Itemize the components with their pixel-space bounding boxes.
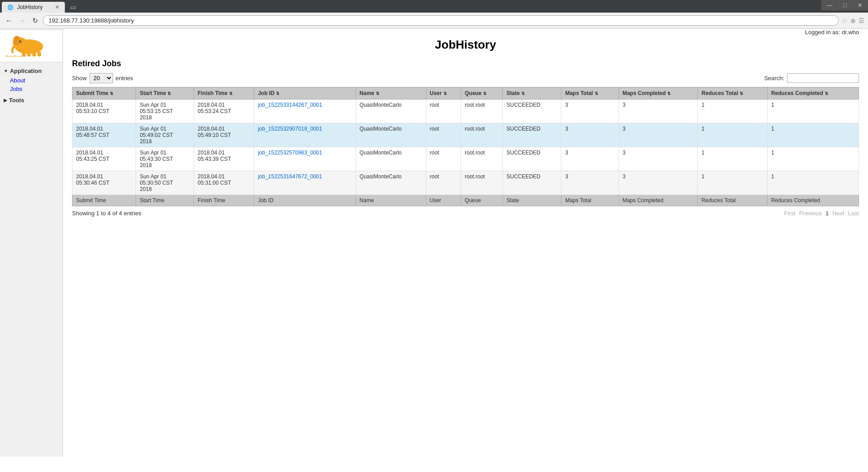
- new-tab-button[interactable]: ▭: [66, 2, 81, 13]
- reload-button[interactable]: ↻: [31, 16, 40, 26]
- svg-point-4: [20, 41, 21, 42]
- table-cell: 3: [619, 147, 698, 171]
- col-reduces-completed[interactable]: Reduces Completed ⇅: [767, 87, 859, 100]
- pagination-last[interactable]: Last: [848, 210, 859, 217]
- col-submit-time[interactable]: Submit Time ⇅: [72, 87, 136, 100]
- triangle-right-icon: ▶: [4, 98, 7, 103]
- col-maps-total[interactable]: Maps Total ⇅: [561, 87, 619, 100]
- col-user[interactable]: User ⇅: [426, 87, 461, 100]
- sidebar-tools-section: ▶ Tools: [0, 95, 63, 105]
- footer-job-id: Job ID: [254, 195, 356, 206]
- svg-rect-6: [27, 52, 31, 56]
- col-reduces-total[interactable]: Reduces Total ⇅: [698, 87, 768, 100]
- table-cell: 1: [767, 123, 859, 147]
- sort-icon: ⇅: [595, 91, 598, 96]
- table-cell: 2018.04.0105:30:46 CST: [72, 171, 136, 195]
- sidebar-application-toggle[interactable]: ▼ Application: [0, 66, 63, 76]
- col-name[interactable]: Name ⇅: [356, 87, 426, 100]
- section-title: Retired Jobs: [72, 59, 859, 68]
- col-queue[interactable]: Queue ⇅: [461, 87, 503, 100]
- table-cell: Sun Apr 0105:53:15 CST2018: [136, 100, 194, 123]
- table-cell: SUCCEEDED: [502, 171, 561, 195]
- footer-finish-time: Finish Time: [194, 195, 254, 206]
- table-cell: QuasiMonteCarlo: [356, 100, 426, 123]
- footer-state: State: [502, 195, 561, 206]
- bookmark-icon[interactable]: ☆: [841, 16, 848, 25]
- table-cell: QuasiMonteCarlo: [356, 147, 426, 171]
- browser-tab[interactable]: 🌐 JobHistory ✕: [2, 2, 65, 13]
- page-heading-area: JobHistory: [72, 35, 859, 59]
- table-cell[interactable]: job_1522532570963_0001: [254, 147, 356, 171]
- job-id-link[interactable]: job_1522531647672_0001: [258, 173, 322, 180]
- table-cell: root: [426, 100, 461, 123]
- table-cell[interactable]: job_1522533144267_0001: [254, 100, 356, 123]
- table-cell: 2018.04.0105:31:00 CST: [194, 171, 254, 195]
- triangle-down-icon: ▼: [4, 68, 8, 73]
- job-id-link[interactable]: job_1522533144267_0001: [258, 102, 322, 108]
- minimize-button[interactable]: —: [821, 0, 838, 10]
- url-input[interactable]: [43, 15, 839, 26]
- sidebar-item-about[interactable]: About: [0, 76, 63, 85]
- table-cell: QuasiMonteCarlo: [356, 123, 426, 147]
- table-cell: 3: [561, 147, 619, 171]
- table-cell: root: [426, 147, 461, 171]
- job-id-link[interactable]: job_1522532570963_0001: [258, 150, 322, 156]
- table-cell: root.root: [461, 147, 503, 171]
- pagination-row: Showing 1 to 4 of 4 entries First Previo…: [72, 210, 859, 217]
- col-job-id[interactable]: Job ID ⇅: [254, 87, 356, 100]
- search-input[interactable]: [787, 73, 859, 83]
- sort-icon: ⇅: [229, 91, 233, 96]
- table-cell: 2018.04.0105:48:57 CST: [72, 123, 136, 147]
- extension-icon1[interactable]: ⊕: [850, 17, 856, 24]
- sort-icon: ⇅: [825, 91, 828, 96]
- col-maps-completed[interactable]: Maps Completed ⇅: [619, 87, 698, 100]
- col-start-time[interactable]: Start Time ⇅: [136, 87, 194, 100]
- forward-button[interactable]: →: [17, 16, 28, 26]
- footer-reduces-completed: Reduces Completed: [767, 195, 859, 206]
- sidebar-tools-label: Tools: [9, 97, 24, 104]
- extension-icon2[interactable]: ☰: [859, 17, 864, 24]
- table-cell: 3: [619, 100, 698, 123]
- pagination-first[interactable]: First: [784, 210, 796, 217]
- table-cell[interactable]: job_1522532907018_0001: [254, 123, 356, 147]
- sidebar-application-label: Application: [10, 68, 42, 74]
- jobs-table: Submit Time ⇅ Start Time ⇅ Finish Time ⇅…: [72, 87, 859, 206]
- col-state[interactable]: State ⇅: [502, 87, 561, 100]
- sort-icon: ⇅: [483, 91, 487, 96]
- pagination-previous[interactable]: Previous: [799, 210, 822, 217]
- col-finish-time[interactable]: Finish Time ⇅: [194, 87, 254, 100]
- table-cell: 3: [561, 171, 619, 195]
- footer-reduces-total: Reduces Total: [698, 195, 768, 206]
- show-entries-control: Show 10 20 50 100 entries: [72, 73, 133, 83]
- table-cell: Sun Apr 0105:30:50 CST2018: [136, 171, 194, 195]
- table-cell: 1: [767, 147, 859, 171]
- table-cell: SUCCEEDED: [502, 100, 561, 123]
- footer-submit-time: Submit Time: [72, 195, 136, 206]
- sort-icon: ⇅: [667, 91, 671, 96]
- table-cell: 2018.04.0105:53:10 CST: [72, 100, 136, 123]
- sidebar-item-jobs[interactable]: Jobs: [0, 85, 63, 93]
- back-button[interactable]: ←: [4, 16, 14, 26]
- tab-favicon: 🌐: [7, 5, 14, 10]
- table-cell[interactable]: job_1522531647672_0001: [254, 171, 356, 195]
- table-row: 2018.04.0105:48:57 CSTSun Apr 0105:49:02…: [72, 123, 859, 147]
- table-cell: root.root: [461, 100, 503, 123]
- svg-text:hadoop: hadoop: [6, 54, 27, 57]
- table-row: 2018.04.0105:43:25 CSTSun Apr 0105:43:30…: [72, 147, 859, 171]
- controls-row: Show 10 20 50 100 entries Search:: [72, 73, 859, 83]
- sort-icon: ⇅: [276, 91, 280, 96]
- sidebar: hadoop ▼ Application About Jobs ▶ Tools: [0, 29, 63, 457]
- pagination-next[interactable]: Next: [832, 210, 845, 217]
- table-cell: root: [426, 171, 461, 195]
- tab-close-icon[interactable]: ✕: [55, 4, 59, 10]
- maximize-button[interactable]: □: [838, 0, 852, 10]
- table-cell: 1: [767, 100, 859, 123]
- entries-select[interactable]: 10 20 50 100: [90, 73, 113, 83]
- sidebar-tools-toggle[interactable]: ▶ Tools: [0, 95, 63, 105]
- table-cell: Sun Apr 0105:49:02 CST2018: [136, 123, 194, 147]
- footer-queue: Queue: [461, 195, 503, 206]
- close-button[interactable]: ✕: [852, 0, 868, 10]
- table-cell: 1: [767, 171, 859, 195]
- job-id-link[interactable]: job_1522532907018_0001: [258, 126, 322, 132]
- svg-point-2: [13, 36, 20, 45]
